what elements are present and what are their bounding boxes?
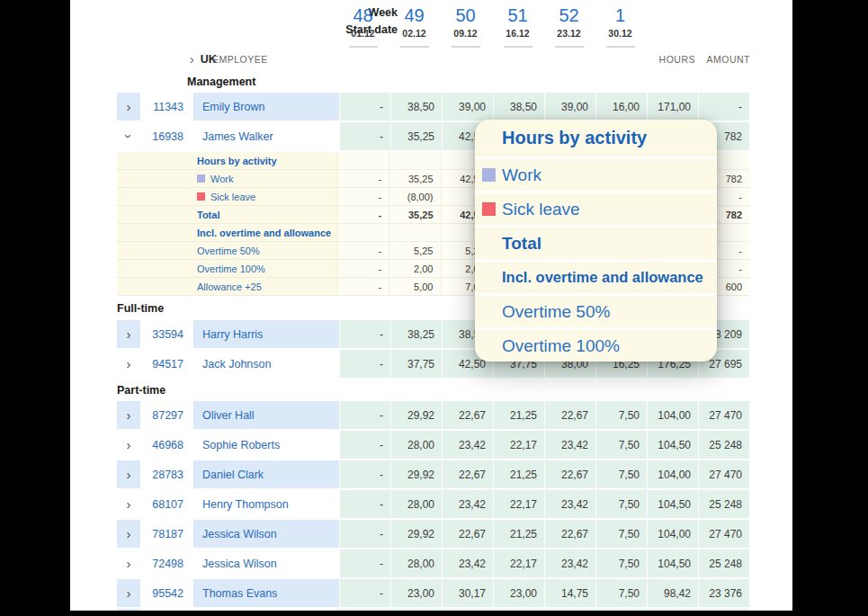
employee-name-link[interactable]: Thomas Evans xyxy=(193,579,339,607)
employee-id-link[interactable]: 87297 xyxy=(141,401,192,429)
employee-id-link[interactable]: 16938 xyxy=(141,122,192,150)
week-number[interactable]: 48 xyxy=(337,4,389,27)
hours-cell: 23,42 xyxy=(545,490,595,518)
detail-value-cell: 35,25 xyxy=(389,206,440,223)
week-start-date: 16.12 xyxy=(492,28,543,39)
week-number[interactable]: 1 xyxy=(595,4,646,27)
collapse-button[interactable]: › xyxy=(117,122,140,150)
chevron-right-icon: › xyxy=(127,557,131,570)
section-label-part-time: Part-time xyxy=(117,384,166,397)
employee-id-link[interactable]: 33594 xyxy=(141,320,192,348)
employee-id-link[interactable]: 78187 xyxy=(141,520,192,548)
employee-name-link[interactable]: Harry Harris xyxy=(193,320,339,348)
employee-name-link[interactable]: Jessica Wilson xyxy=(193,520,339,548)
hours-cell: - xyxy=(340,350,390,378)
employee-row: › 28783 Daniel Clark - 29,92 22,67 21,25… xyxy=(117,460,749,488)
week-column-52[interactable]: 52 23.12 xyxy=(543,0,595,48)
hours-cell: 98,42 xyxy=(648,579,698,607)
week-underline xyxy=(452,46,480,48)
detail-label: Sick leave xyxy=(210,192,255,202)
hours-cell: 23,42 xyxy=(443,431,493,459)
week-underline xyxy=(606,46,635,48)
expand-button[interactable]: › xyxy=(117,490,140,518)
chevron-right-icon: › xyxy=(127,100,131,113)
employee-id-link[interactable]: 28783 xyxy=(141,460,192,488)
week-number[interactable]: 50 xyxy=(440,4,491,27)
expand-button[interactable]: › xyxy=(117,93,140,121)
expand-button[interactable]: › xyxy=(117,520,140,548)
week-number[interactable]: 49 xyxy=(389,4,440,27)
hours-cell: 38,25 xyxy=(391,320,442,348)
employee-name-link[interactable]: Daniel Clark xyxy=(193,460,339,488)
employee-id-link[interactable]: 72498 xyxy=(141,549,192,577)
employee-name-link[interactable]: James Walker xyxy=(193,122,339,150)
expand-button[interactable]: › xyxy=(117,320,140,348)
hours-cell: 7,50 xyxy=(596,490,647,518)
hours-cell: - xyxy=(340,401,390,429)
sick-leave-color-swatch xyxy=(197,192,205,201)
week-underline xyxy=(400,46,429,48)
employee-name-link[interactable]: Jessica Wilson xyxy=(193,549,339,577)
week-number[interactable]: 51 xyxy=(492,4,543,27)
expand-button[interactable]: › xyxy=(117,460,140,488)
employee-name-link[interactable]: Emily Brown xyxy=(193,93,339,121)
hours-cell: 23,42 xyxy=(545,431,595,459)
callout-item: Overtime 100% xyxy=(475,327,717,362)
week-underline xyxy=(349,46,378,48)
employee-id-link[interactable]: 95542 xyxy=(141,579,192,607)
expand-button[interactable]: › xyxy=(117,579,140,607)
section-label-management: Management xyxy=(187,76,255,88)
week-column-50[interactable]: 50 09.12 xyxy=(440,0,491,48)
expand-button[interactable]: › xyxy=(117,549,140,577)
expand-button[interactable]: › xyxy=(117,401,140,429)
week-column-49[interactable]: 49 02.12 xyxy=(389,0,440,48)
hours-cell: 23,00 xyxy=(494,579,544,607)
detail-indent xyxy=(117,188,192,205)
week-column-48[interactable]: 48 01.12 xyxy=(337,0,389,48)
hours-cell: 28,00 xyxy=(391,549,442,577)
hours-cell: 16,00 xyxy=(596,93,647,121)
expand-button[interactable]: › xyxy=(117,350,140,378)
hours-cell: 28,00 xyxy=(391,431,442,459)
detail-value-cell: - xyxy=(337,188,389,205)
hours-cell: 7,50 xyxy=(596,549,647,577)
employee-name-link[interactable]: Henry Thompson xyxy=(193,490,339,518)
amount-column-header[interactable]: AMOUNT xyxy=(684,54,750,65)
screen: Week Start date 48 01.12 49 02.12 50 09.… xyxy=(0,0,868,616)
hours-cell: - xyxy=(340,520,390,548)
hours-cell: 28,00 xyxy=(391,490,442,518)
employee-id-link[interactable]: 46968 xyxy=(141,431,192,459)
chevron-right-icon: › xyxy=(127,438,131,451)
employee-id-link[interactable]: 11343 xyxy=(141,93,192,121)
chevron-right-icon: › xyxy=(127,586,131,600)
expand-button[interactable]: › xyxy=(117,431,140,459)
chevron-right-icon: › xyxy=(190,53,194,66)
week-column-51[interactable]: 51 16.12 xyxy=(492,0,543,48)
employee-id-link[interactable]: 94517 xyxy=(141,350,192,378)
hours-cell: 22,67 xyxy=(443,520,493,548)
employee-name-link[interactable]: Jack Johnson xyxy=(193,350,339,378)
hours-cell: - xyxy=(340,320,390,348)
chevron-right-icon: › xyxy=(127,327,131,341)
week-number[interactable]: 52 xyxy=(543,4,595,27)
hours-cell: - xyxy=(340,549,390,577)
detail-indent xyxy=(117,170,192,187)
employee-name-link[interactable]: Sophie Roberts xyxy=(193,431,339,459)
employee-id-link[interactable]: 68107 xyxy=(141,490,192,518)
employee-row: › 68107 Henry Thompson - 28,00 23,42 22,… xyxy=(117,490,749,518)
amount-cell: 25 248 xyxy=(699,549,749,577)
hours-cell: 104,00 xyxy=(648,401,698,429)
detail-value-cell: - xyxy=(337,206,389,223)
hours-cell: 104,50 xyxy=(648,431,698,459)
detail-indent xyxy=(117,242,192,259)
chevron-right-icon: › xyxy=(127,408,131,422)
employee-column-header[interactable]: EMPLOYEE xyxy=(212,54,268,65)
detail-value-cell: 5,00 xyxy=(389,278,440,295)
callout-title: Hours by activity xyxy=(475,120,717,156)
detail-indent xyxy=(117,224,192,241)
partial-row xyxy=(117,609,140,611)
amount-cell: 25 248 xyxy=(699,490,749,518)
week-column-1[interactable]: 1 30.12 xyxy=(595,0,646,48)
hours-cell: 35,25 xyxy=(391,122,442,150)
employee-name-link[interactable]: Oliver Hall xyxy=(193,401,339,429)
